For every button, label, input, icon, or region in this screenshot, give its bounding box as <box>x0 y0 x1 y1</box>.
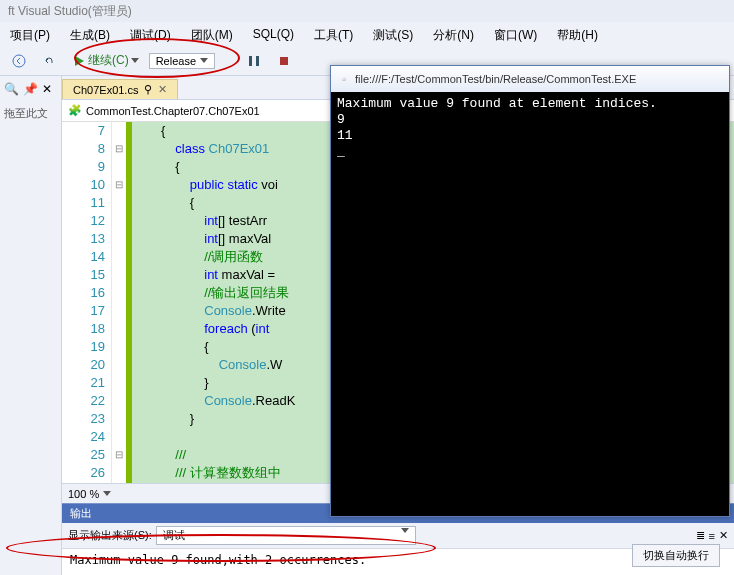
console-window: ▫️ file:///F:/Test/CommonTest/bin/Releas… <box>330 65 730 517</box>
continue-label: 继续(C) <box>88 52 129 69</box>
file-tab[interactable]: Ch07Ex01.cs ⚲ ✕ <box>62 79 178 99</box>
window-title: ft Visual Studio(管理员) <box>0 0 734 22</box>
stop-button[interactable] <box>271 52 297 70</box>
menu-window[interactable]: 窗口(W) <box>484 24 547 44</box>
chevron-down-icon <box>200 58 208 63</box>
console-titlebar[interactable]: ▫️ file:///F:/Test/CommonTest/bin/Releas… <box>331 66 729 92</box>
menu-help[interactable]: 帮助(H) <box>547 24 608 44</box>
toggle-wrap-button[interactable]: 切换自动换行 <box>632 544 720 567</box>
nav-back-button[interactable] <box>6 52 32 70</box>
drag-hint: 拖至此文 <box>4 106 57 121</box>
svg-point-0 <box>13 55 25 67</box>
svg-rect-2 <box>249 56 252 66</box>
continue-button[interactable]: 继续(C) <box>66 50 145 71</box>
pin-icon[interactable]: 📌 <box>23 82 38 96</box>
svg-rect-3 <box>256 56 259 66</box>
chevron-down-icon <box>103 491 111 496</box>
fold-strip[interactable]: ⊟⊟⊟ <box>112 122 126 483</box>
menu-analyze[interactable]: 分析(N) <box>423 24 484 44</box>
menu-bar: 项目(P) 生成(B) 调试(D) 团队(M) SQL(Q) 工具(T) 测试(… <box>0 22 734 46</box>
chevron-down-icon <box>131 58 139 63</box>
console-title-text: file:///F:/Test/CommonTest/bin/Release/C… <box>355 73 636 85</box>
close-icon[interactable]: ✕ <box>158 83 167 96</box>
pin-icon[interactable]: ⚲ <box>144 83 152 96</box>
svg-rect-4 <box>280 57 288 65</box>
menu-project[interactable]: 项目(P) <box>0 24 60 44</box>
output-source-dropdown[interactable]: 调试 <box>156 526 416 545</box>
svg-marker-1 <box>75 56 84 66</box>
output-tool-icon[interactable]: ≣ <box>696 529 705 542</box>
output-tool-icon[interactable]: ≡ <box>709 530 715 542</box>
config-value: Release <box>156 55 196 67</box>
output-clear-icon[interactable]: ✕ <box>719 529 728 542</box>
undo-button[interactable] <box>36 52 62 70</box>
menu-debug[interactable]: 调试(D) <box>120 24 181 44</box>
tab-filename: Ch07Ex01.cs <box>73 84 138 96</box>
menu-build[interactable]: 生成(B) <box>60 24 120 44</box>
output-source-value: 调试 <box>163 528 185 543</box>
menu-team[interactable]: 团队(M) <box>181 24 243 44</box>
class-icon: 🧩 <box>68 104 82 117</box>
app-icon: ▫️ <box>337 73 351 86</box>
menu-tools[interactable]: 工具(T) <box>304 24 363 44</box>
config-dropdown[interactable]: Release <box>149 53 215 69</box>
toolbox-panel: 🔍 📌 ✕ 拖至此文 <box>0 76 62 575</box>
search-icon[interactable]: 🔍 <box>4 82 19 96</box>
output-source-label: 显示输出来源(S): <box>68 528 152 543</box>
line-gutter: 789101112131415161718192021222324252627 <box>62 122 112 483</box>
console-output: Maximum value 9 found at element indices… <box>331 92 729 164</box>
zoom-value[interactable]: 100 % <box>68 488 99 500</box>
close-icon[interactable]: ✕ <box>42 82 52 96</box>
step-icon[interactable] <box>241 52 267 70</box>
breadcrumb-path: CommonTest.Chapter07.Ch07Ex01 <box>86 105 260 117</box>
chevron-down-icon <box>401 528 409 533</box>
menu-sql[interactable]: SQL(Q) <box>243 24 304 44</box>
menu-test[interactable]: 测试(S) <box>363 24 423 44</box>
